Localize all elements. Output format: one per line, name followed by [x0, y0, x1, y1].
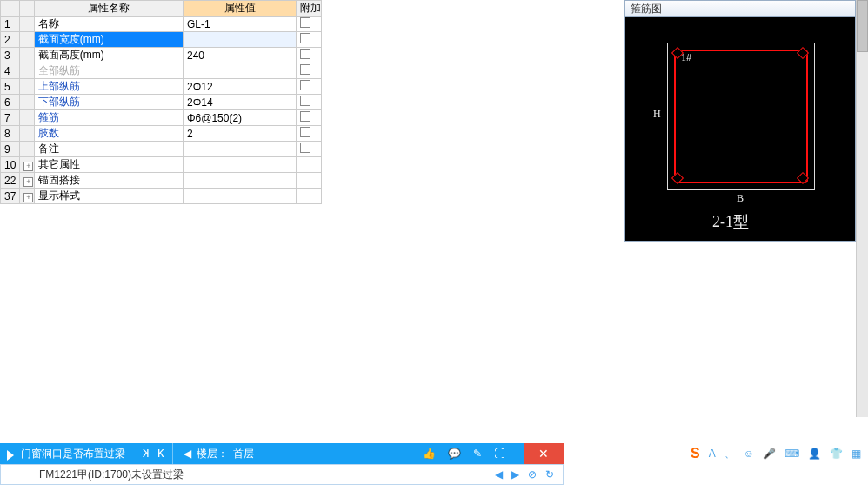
prop-value[interactable] [183, 63, 296, 79]
expand-toggle[interactable]: + [20, 173, 34, 189]
prev-icon[interactable]: ◀ [495, 468, 503, 481]
next-icon[interactable]: ▶ [511, 468, 519, 481]
table-row[interactable]: 1名称GL-1 [1, 17, 322, 32]
table-row[interactable]: 2截面宽度(mm) [1, 32, 322, 48]
error-nav: K K [134, 448, 172, 460]
prop-extra-checkbox[interactable] [297, 17, 322, 32]
prop-extra-checkbox[interactable] [297, 63, 322, 79]
prop-value[interactable] [183, 142, 296, 157]
ime-mode[interactable]: A [709, 448, 716, 460]
scrollbar-vertical[interactable] [856, 0, 868, 417]
property-table[interactable]: 属性名称 属性值 附加 1名称GL-12截面宽度(mm)3截面高度(mm)240… [0, 0, 322, 204]
prop-value[interactable] [183, 173, 296, 189]
thumbs-up-icon[interactable]: 👍 [423, 448, 436, 460]
prop-name[interactable]: 箍筋 [34, 110, 183, 126]
prop-name[interactable]: 截面高度(mm) [34, 48, 183, 63]
floor-back-icon[interactable]: ◀ [184, 448, 191, 460]
expand-toggle [20, 63, 34, 79]
sogou-logo-icon[interactable]: S [691, 446, 700, 461]
info-tools: 👍 💬 ✎ ⛶ [412, 448, 515, 460]
prop-extra-checkbox[interactable] [297, 79, 322, 95]
prop-name[interactable]: 显示样式 [34, 189, 183, 204]
table-row[interactable]: 6下部纵筋2Φ14 [1, 95, 322, 110]
prop-extra-checkbox[interactable] [297, 142, 322, 157]
ime-user-icon[interactable]: 👤 [808, 448, 821, 460]
prop-value[interactable]: 2Φ12 [183, 79, 296, 95]
expand-toggle [20, 95, 34, 110]
prop-extra-checkbox[interactable] [297, 126, 322, 142]
table-row[interactable]: 10+其它属性 [1, 157, 322, 173]
floor-value: 首层 [233, 447, 254, 461]
row-number: 37 [1, 189, 20, 204]
table-row[interactable]: 5上部纵筋2Φ12 [1, 79, 322, 95]
prop-extra-checkbox[interactable] [297, 157, 322, 173]
prop-value[interactable] [183, 157, 296, 173]
label-type: 2-1型 [712, 211, 749, 232]
expand-toggle [20, 110, 34, 126]
prop-value[interactable] [183, 189, 296, 204]
error-detail-text[interactable]: FM1221甲(ID:1700)未设置过梁 [1, 468, 192, 482]
ime-emoji-icon[interactable]: ☺ [744, 448, 754, 460]
prop-name[interactable]: 下部纵筋 [34, 95, 183, 110]
ime-voice-icon[interactable]: 🎤 [763, 448, 776, 460]
maximize-icon[interactable]: ⛶ [494, 448, 504, 460]
expand-toggle [20, 79, 34, 95]
ime-toolbar[interactable]: S A 、 ☺ 🎤 ⌨ 👤 👕 ▦ [685, 443, 868, 464]
table-row[interactable]: 37+显示样式 [1, 189, 322, 204]
table-row[interactable]: 4全部纵筋 [1, 63, 322, 79]
table-row[interactable]: 7箍筋Φ6@150(2) [1, 110, 322, 126]
prop-name[interactable]: 全部纵筋 [34, 63, 183, 79]
expand-toggle [20, 48, 34, 63]
prop-value[interactable]: 2 [183, 126, 296, 142]
prop-name[interactable]: 名称 [34, 17, 183, 32]
ignore-icon[interactable]: ⊘ [528, 468, 537, 481]
expand-toggle[interactable]: + [20, 157, 34, 173]
prop-name[interactable]: 上部纵筋 [34, 79, 183, 95]
prop-extra-checkbox[interactable] [297, 110, 322, 126]
prop-extra-checkbox[interactable] [297, 32, 322, 48]
row-number: 9 [1, 142, 20, 157]
prop-extra-checkbox[interactable] [297, 189, 322, 204]
ime-toolbox-icon[interactable]: ▦ [851, 448, 861, 460]
diagram-canvas[interactable]: 1# H B 2-1型 [625, 17, 855, 241]
expand-toggle[interactable]: + [20, 189, 34, 204]
table-row[interactable]: 3截面高度(mm)240 [1, 48, 322, 63]
ime-keyboard-icon[interactable]: ⌨ [785, 448, 799, 460]
col-header-value[interactable]: 属性值 [183, 1, 296, 17]
edit-icon[interactable]: ✎ [473, 448, 482, 460]
close-button[interactable]: ✕ [524, 443, 564, 464]
prop-value[interactable]: Φ6@150(2) [183, 110, 296, 126]
table-row[interactable]: 22+锚固搭接 [1, 173, 322, 189]
prop-name[interactable]: 截面宽度(mm) [34, 32, 183, 48]
prop-name[interactable]: 备注 [34, 142, 183, 157]
nav-last-icon[interactable]: K [157, 448, 164, 460]
ime-skin-icon[interactable]: 👕 [830, 448, 843, 460]
floor-selector[interactable]: ◀ 楼层： 首层 [173, 447, 264, 461]
row-number: 7 [1, 110, 20, 126]
error-detail-bar: FM1221甲(ID:1700)未设置过梁 ◀ ▶ ⊘ ↻ [0, 464, 564, 485]
refresh-icon[interactable]: ↻ [545, 468, 554, 481]
col-header-name[interactable]: 属性名称 [34, 1, 183, 17]
property-panel: 属性名称 属性值 附加 1名称GL-12截面宽度(mm)3截面高度(mm)240… [0, 0, 322, 204]
prop-name[interactable]: 锚固搭接 [34, 173, 183, 189]
table-row[interactable]: 9备注 [1, 142, 322, 157]
prop-name[interactable]: 肢数 [34, 126, 183, 142]
prop-extra-checkbox[interactable] [297, 48, 322, 63]
prop-name[interactable]: 其它属性 [34, 157, 183, 173]
nav-first-icon[interactable]: K [143, 448, 149, 460]
prop-value[interactable]: 240 [183, 48, 296, 63]
table-row[interactable]: 8肢数2 [1, 126, 322, 142]
col-header-add[interactable]: 附加 [297, 1, 322, 17]
prop-value[interactable] [183, 32, 296, 48]
prop-extra-checkbox[interactable] [297, 173, 322, 189]
diagram-title: 箍筋图 [625, 1, 855, 17]
row-number: 4 [1, 63, 20, 79]
prop-extra-checkbox[interactable] [297, 95, 322, 110]
prop-value[interactable]: 2Φ14 [183, 95, 296, 110]
scrollbar-thumb[interactable] [857, 0, 868, 52]
ime-punct[interactable]: 、 [724, 447, 735, 461]
col-header-exp [20, 1, 34, 17]
comment-icon[interactable]: 💬 [448, 448, 461, 460]
label-1: 1# [681, 51, 691, 64]
prop-value[interactable]: GL-1 [183, 17, 296, 32]
